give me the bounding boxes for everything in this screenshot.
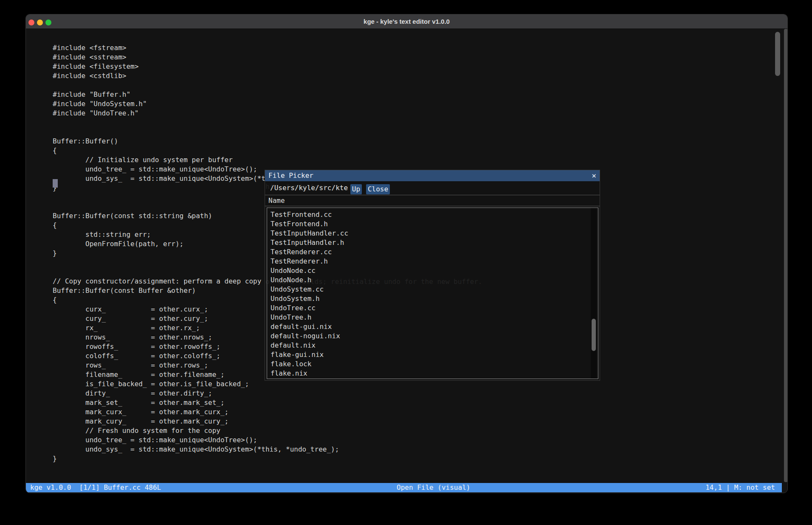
status-bar: kge v1.0.0 [1/1] Buffer.cc 486L Open Fil… [26, 483, 782, 492]
file-list-scrollbar-thumb[interactable] [592, 319, 596, 351]
close-button[interactable]: Close [366, 184, 390, 194]
file-list-item[interactable]: flake.lock [267, 359, 598, 369]
status-file-info: kge v1.0.0 [1/1] Buffer.cc 486L [30, 483, 161, 492]
file-list: TestFrontend.cc TestFrontend.h TestInput… [267, 208, 598, 379]
file-list-item[interactable]: TestFrontend.cc [267, 210, 598, 219]
file-list-rows: TestFrontend.cc TestFrontend.h TestInput… [267, 210, 598, 378]
editor-scrollbar-thumb[interactable] [775, 32, 780, 76]
status-mode-info: Open File (visual) [397, 483, 470, 492]
window-scrollbar-track[interactable] [784, 29, 788, 482]
file-list-item[interactable]: UndoSystem.cc [267, 285, 598, 294]
status-cursor-info: 14,1 | M: not set [705, 483, 775, 492]
text-cursor [53, 179, 58, 188]
file-list-item[interactable]: UndoSystem.h [267, 294, 598, 303]
file-list-item[interactable]: TestFrontend.h [267, 219, 598, 229]
file-list-item[interactable]: default.nix [267, 341, 598, 350]
file-list-item[interactable]: flake-gui.nix [267, 350, 598, 359]
file-list-item[interactable]: UndoNode.h [267, 275, 598, 285]
file-list-item[interactable]: default-gui.nix [267, 322, 598, 331]
window-title: kge - kyle's text editor v1.0.0 [26, 14, 787, 28]
dialog-path-row: /Users/kyle/src/kte Up Close [265, 181, 600, 195]
dialog-close-icon[interactable]: × [592, 170, 596, 181]
file-list-item[interactable]: TestRenderer.h [267, 257, 598, 266]
up-button[interactable]: Up [350, 184, 362, 194]
editor-window: kge - kyle's text editor v1.0.0 #include… [25, 14, 788, 493]
file-list-scrollbar-track[interactable] [591, 208, 597, 379]
file-list-item[interactable]: TestInputHandler.cc [267, 229, 598, 238]
file-list-item[interactable]: UndoTree.cc [267, 303, 598, 313]
dialog-title: File Picker [268, 170, 313, 181]
current-path: /Users/kyle/src/kte [270, 183, 348, 193]
file-list-item[interactable]: TestInputHandler.h [267, 238, 598, 247]
file-list-item[interactable]: UndoTree.h [267, 313, 598, 322]
file-list-item[interactable]: flake.nix [267, 369, 598, 378]
dialog-separator [265, 195, 600, 195]
dialog-title-bar[interactable]: File Picker × [265, 170, 600, 181]
window-title-bar: kge - kyle's text editor v1.0.0 [26, 14, 787, 28]
file-list-item[interactable]: UndoNode.cc [267, 266, 598, 275]
dialog-separator [265, 206, 600, 206]
name-column-header: Name [268, 196, 285, 205]
file-list-item[interactable]: TestRenderer.cc [267, 247, 598, 257]
file-list-item[interactable]: default-nogui.nix [267, 331, 598, 341]
desktop-background: kge - kyle's text editor v1.0.0 #include… [0, 0, 812, 525]
file-picker-dialog: undo_sys_ = std::make_unique<UndoSystem>… [265, 170, 600, 381]
